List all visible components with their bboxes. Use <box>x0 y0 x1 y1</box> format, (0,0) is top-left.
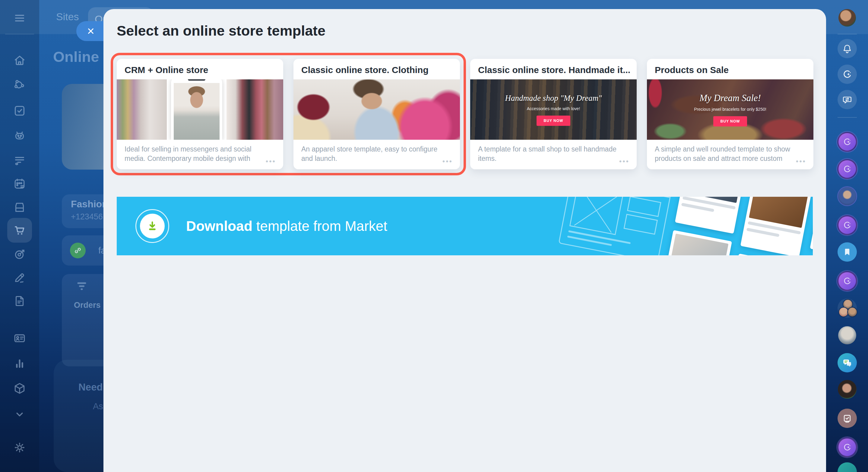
template-card-crm-online-store[interactable]: CRM + Online store Ideal for selling in … <box>117 59 283 169</box>
sidebar-item-settings[interactable] <box>11 439 28 456</box>
copilot-sparkle-icon <box>842 69 852 80</box>
sidebar-item-home[interactable] <box>11 52 28 69</box>
template-preview-image <box>117 79 283 140</box>
sidebar-item-online-store[interactable] <box>7 218 32 243</box>
sidebar-item-feed[interactable] <box>11 152 28 169</box>
menu-icon <box>13 11 27 25</box>
screen: Sites On Online S Fashion +123456 fas Or… <box>0 0 868 472</box>
template-card-title: CRM + Online store <box>117 59 283 79</box>
template-card-description: Ideal for selling in messengers and soci… <box>125 145 275 163</box>
banner-artwork: • • • <box>554 197 813 255</box>
card-menu-button[interactable]: ••• <box>796 157 806 166</box>
preview-subheading: Precious jewel bracelets for only $250! <box>694 107 766 112</box>
copilot-chat-button[interactable] <box>837 132 857 152</box>
sidebar-item-documents[interactable] <box>11 292 28 309</box>
buy-now-button: BUY NOW <box>536 116 570 126</box>
preview-heading: My Dream Sale! <box>700 93 761 104</box>
bot-avatar[interactable] <box>838 326 856 344</box>
sidebar-item-marketing[interactable] <box>11 246 28 263</box>
messenger-button[interactable] <box>838 90 857 109</box>
shopping-cart-icon <box>13 223 27 237</box>
copilot-chat-button[interactable] <box>837 437 857 457</box>
sidebar-item-inventory[interactable] <box>11 380 28 397</box>
storefront-icon <box>13 200 27 214</box>
bookmark-icon <box>842 246 852 258</box>
sidebar-item-tasks[interactable] <box>11 102 28 119</box>
template-card-classic-clothing[interactable]: Classic online store. Clothing An appare… <box>293 59 460 169</box>
template-card-classic-handmade[interactable]: Classic online store. Handmade it... Han… <box>470 59 637 169</box>
calendar-icon <box>13 177 27 191</box>
buy-now-button: BUY NOW <box>713 116 747 126</box>
wireframe-page-icon: • • • <box>558 197 673 255</box>
clothing-rack-photo <box>226 79 283 140</box>
chat-button-partial[interactable] <box>838 462 857 472</box>
template-preview-image: My Dream Sale! Precious jewel bracelets … <box>647 79 813 140</box>
highlighted-templates-group: CRM + Online store Ideal for selling in … <box>111 53 466 175</box>
poll-button[interactable] <box>838 409 857 428</box>
market-banner[interactable]: Download template from Market • • • <box>117 197 813 255</box>
copilot-chat-button[interactable] <box>837 215 857 235</box>
rail-divider <box>838 117 857 118</box>
copilot-sparkle-icon <box>842 137 852 147</box>
template-card-title: Products on Sale <box>647 59 813 79</box>
template-card-description: A template for a small shop to sell hand… <box>478 145 629 163</box>
template-card-title: Classic online store. Handmade it... <box>470 59 637 79</box>
sidebar-item-contacts[interactable] <box>11 330 28 347</box>
gear-icon <box>13 441 27 454</box>
notifications-button[interactable] <box>838 39 857 58</box>
template-preview-image <box>293 79 460 140</box>
sidebar-item-network[interactable] <box>11 76 28 93</box>
bar-chart-icon <box>13 356 27 370</box>
group-chat-avatar[interactable] <box>838 298 857 318</box>
chat-avatar[interactable] <box>838 187 856 205</box>
phone-mockup <box>167 79 227 140</box>
copilot-chat-button[interactable] <box>837 271 857 291</box>
funnel-icon <box>74 281 89 293</box>
sidebar-item-analytics[interactable] <box>11 355 28 372</box>
chevron-down-icon <box>13 407 27 421</box>
sidebar-item-storefront[interactable] <box>11 199 28 216</box>
banner-title: Download template from Market <box>186 218 387 234</box>
pencil-icon <box>13 271 27 285</box>
preview-heading: Handmade shop "My Dream" <box>505 93 602 103</box>
download-badge <box>135 209 169 243</box>
download-icon <box>145 219 159 233</box>
person-photo <box>174 83 220 140</box>
sidebar-more-button[interactable] <box>11 406 28 422</box>
link-icon <box>70 243 86 258</box>
copilot-chat-button[interactable] <box>837 159 857 179</box>
chat-channel-button[interactable] <box>838 353 857 373</box>
copilot-button[interactable] <box>838 65 857 84</box>
template-picker-modal: Select an online store template CRM + On… <box>103 9 826 472</box>
card-menu-button[interactable]: ••• <box>266 157 276 166</box>
copilot-sparkle-icon <box>842 276 852 286</box>
tasks-check-icon <box>13 104 27 118</box>
network-icon <box>13 78 27 92</box>
template-preview-image: Handmade shop "My Dream" Accessories mad… <box>470 79 637 140</box>
target-icon <box>13 247 27 261</box>
card-menu-button[interactable]: ••• <box>442 157 453 166</box>
template-card-title: Classic online store. Clothing <box>293 59 460 79</box>
box-icon <box>13 381 27 395</box>
template-card-products-on-sale[interactable]: Products on Sale My Dream Sale! Precious… <box>647 59 813 169</box>
bookmark-button[interactable] <box>838 242 857 262</box>
sidebar-item-calendar[interactable] <box>11 175 28 192</box>
feed-lines-icon <box>13 154 27 168</box>
user-avatar[interactable] <box>838 9 856 27</box>
contact-card-icon <box>13 331 27 345</box>
menu-button[interactable] <box>11 10 28 27</box>
card-menu-button[interactable]: ••• <box>619 157 629 166</box>
rail-divider <box>838 34 857 34</box>
copilot-sparkle-icon <box>842 442 852 452</box>
clothing-rack-photo <box>117 79 167 140</box>
chat-avatar[interactable] <box>838 380 857 399</box>
close-icon <box>86 26 96 36</box>
document-edit-icon <box>13 294 27 308</box>
sidebar-item-sign[interactable] <box>11 269 28 286</box>
tab-sites[interactable]: Sites <box>56 11 79 23</box>
home-icon <box>13 53 27 67</box>
template-card-description: An apparel store template, easy to confi… <box>301 145 452 163</box>
sidebar-item-assistant[interactable] <box>11 127 28 144</box>
chat-bubbles-icon <box>842 357 852 368</box>
template-cards-row: CRM + Online store Ideal for selling in … <box>117 59 813 169</box>
